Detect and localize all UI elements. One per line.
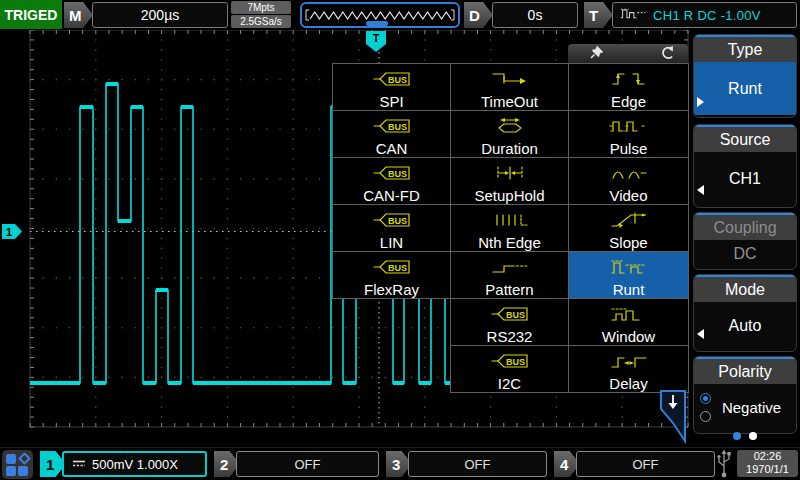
trigger-type-label: Edge [611, 93, 646, 110]
timebase-value[interactable]: 200µs [92, 2, 228, 28]
trigger-type-label: Delay [609, 375, 647, 392]
trigger-type-can[interactable]: BUSCAN [332, 110, 451, 158]
dc-coupling-icon [72, 457, 86, 472]
section-source: Source CH1 [693, 124, 797, 208]
channel-bar: 1 500mV 1.000X 2 OFF 3 OFF 4 OFF 02:26 1… [0, 447, 800, 480]
mode-value-button[interactable]: Auto [694, 302, 796, 349]
trigger-type-pattern[interactable]: Pattern [450, 251, 569, 299]
duration-icon [490, 116, 530, 140]
channel-1-settings[interactable]: 500mV 1.000X [62, 451, 207, 477]
trigger-type-label: SPI [379, 93, 403, 110]
trigger-type-label: FlexRay [364, 281, 419, 298]
svg-text:BUS: BUS [506, 357, 525, 367]
arrow-left-icon [697, 185, 704, 195]
trigger-info[interactable]: CH1 R DC -1.00V [612, 2, 797, 28]
nth-edge-icon [490, 210, 530, 234]
coupling-value-label: DC [733, 245, 756, 263]
square-icon [6, 466, 16, 476]
trigger-info-text: CH1 R DC -1.00V [653, 8, 761, 23]
trigger-type-delay[interactable]: Delay [568, 345, 689, 393]
arrow-right-icon [697, 97, 704, 107]
bus-icon: BUS [372, 69, 412, 93]
trigger-type-lin[interactable]: BUSLIN [332, 204, 451, 252]
clock: 02:26 1970/1/1 [737, 450, 798, 477]
timebase-badge: M [64, 2, 93, 28]
delay-badge: D [464, 2, 493, 28]
bus-icon: BUS [490, 304, 530, 328]
scroll-down-indicator[interactable] [660, 390, 687, 446]
trigger-type-label: Runt [613, 281, 645, 298]
delay-icon [609, 351, 649, 375]
edge-icon [609, 69, 649, 93]
page-indicator [690, 432, 800, 440]
trigger-type-flexray[interactable]: BUSFlexRay [332, 251, 451, 299]
polarity-value-label: Negative [711, 399, 792, 416]
section-coupling-title: Coupling [694, 213, 796, 240]
type-value-button[interactable]: Runt [694, 62, 796, 115]
trigger-type-video[interactable]: Video [568, 157, 689, 205]
timeout-icon [490, 69, 530, 93]
channel-3-settings[interactable]: OFF [408, 451, 547, 477]
acquisition-info: 7Mpts 2.5GSa/s [231, 1, 291, 29]
bus-icon: BUS [372, 116, 412, 140]
svg-text:BUS: BUS [388, 169, 407, 179]
svg-text:1: 1 [6, 226, 12, 238]
trigger-type-pulse[interactable]: Pulse [568, 110, 689, 158]
trigger-type-label: Pulse [610, 140, 648, 157]
channel-4-settings[interactable]: OFF [576, 451, 715, 477]
trigger-type-label: CAN [376, 140, 408, 157]
mode-value-label: Auto [729, 317, 762, 335]
trigger-type-label: Pattern [485, 281, 533, 298]
square-icon [6, 454, 16, 464]
trigger-type-label: CAN-FD [363, 187, 420, 204]
radio-unselected-icon[interactable] [700, 411, 711, 422]
source-value-label: CH1 [729, 170, 761, 188]
menu-grid-button[interactable] [2, 450, 33, 479]
section-polarity-title: Polarity [694, 357, 796, 384]
trigger-type-edge[interactable]: Edge [568, 63, 689, 111]
setuphold-icon [490, 163, 530, 187]
coupling-value-button: DC [694, 240, 796, 267]
waveform-thumbnail-icon [302, 4, 458, 26]
pattern-icon [490, 257, 530, 281]
page-dot-active [733, 432, 741, 440]
trigger-type-rs232[interactable]: BUSRS232 [450, 298, 569, 346]
diamond-icon [18, 452, 31, 465]
radio-selected-icon[interactable] [700, 393, 711, 404]
trigger-type-spi[interactable]: BUSSPI [332, 63, 451, 111]
trigger-type-slope[interactable]: Slope [568, 204, 689, 252]
source-value-button[interactable]: CH1 [694, 152, 796, 205]
trigger-type-timeout[interactable]: TimeOut [450, 63, 569, 111]
section-mode: Mode Auto [693, 274, 797, 352]
trigger-type-nth-edge[interactable]: Nth Edge [450, 204, 569, 252]
channel-2-settings[interactable]: OFF [236, 451, 379, 477]
menu-sidebar: Type Runt Source CH1 Coupling DC Mode Au… [690, 30, 800, 447]
trigger-menu-header [568, 44, 688, 64]
trigger-type-can-fd[interactable]: BUSCAN-FD [332, 157, 451, 205]
polarity-value-button[interactable]: Negative [694, 384, 796, 431]
trigger-type-duration[interactable]: Duration [450, 110, 569, 158]
trigger-type-window[interactable]: Window [568, 298, 689, 346]
pin-icon[interactable] [590, 45, 604, 63]
page-dot [749, 432, 757, 440]
delay-value[interactable]: 0s [492, 2, 578, 28]
bus-icon: BUS [372, 210, 412, 234]
sample-rate: 2.5GSa/s [231, 15, 291, 28]
usb-icon [716, 449, 732, 480]
bus-icon: BUS [490, 351, 530, 375]
svg-text:BUS: BUS [388, 263, 407, 273]
trigger-type-label: LIN [380, 234, 403, 251]
trigger-type-i2c[interactable]: BUSI2C [450, 345, 569, 393]
trigger-type-setuphold[interactable]: SetupHold [450, 157, 569, 205]
arrow-left-icon [697, 329, 704, 339]
clock-date: 1970/1/1 [737, 463, 798, 476]
trigger-type-label: TimeOut [481, 93, 538, 110]
channel-1-position-marker[interactable]: 1 [2, 224, 22, 239]
reset-icon[interactable] [660, 45, 674, 64]
svg-text:BUS: BUS [388, 216, 407, 226]
trigger-badge: T [584, 2, 613, 28]
trigger-type-runt[interactable]: Runt [568, 251, 689, 299]
trigger-position-marker[interactable]: T [366, 31, 386, 52]
trigger-type-label: Slope [609, 234, 647, 251]
waveform-preview[interactable] [300, 2, 460, 28]
